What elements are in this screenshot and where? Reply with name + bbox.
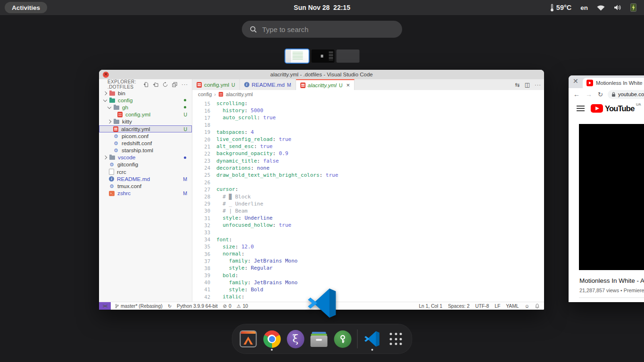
tab-alacritty.yml[interactable]: alacritty.ymlU× (296, 79, 355, 90)
line-number: 40 (192, 280, 216, 285)
breadcrumb-folder[interactable]: config (198, 91, 212, 97)
chrome-tabstrip: ✕ Motionless In White - A (569, 75, 644, 88)
status-item-label[interactable]: Python 3.9.9 64-bit (177, 304, 217, 309)
tree-item-rcrc[interactable]: rcrc (99, 168, 192, 175)
status-item-error[interactable]: ⊘0 (223, 304, 231, 309)
line-number: 39 (192, 272, 216, 278)
dock-item-emacs[interactable]: ξ (287, 327, 305, 351)
tree-item-gitconfig[interactable]: ⚙gitconfig (99, 161, 192, 168)
status-item[interactable]: Spaces: 2 (448, 304, 470, 309)
code-line: 23dynamic_title: false (192, 157, 544, 165)
status-item-warning[interactable]: ⚠10 (237, 304, 248, 309)
code-line: 38 style: Regular (192, 264, 544, 272)
line-number: 17 (192, 115, 216, 121)
keyboard-layout-indicator[interactable]: en (580, 4, 588, 11)
code-line: 36 normal: (192, 250, 544, 257)
code-line: 34font: (192, 236, 544, 243)
dock-item-app-grid[interactable] (387, 327, 405, 351)
dock-item-chrome[interactable] (263, 327, 281, 351)
readme-icon: i (244, 82, 249, 87)
video-title: Motionless In White - Anot (579, 277, 644, 284)
new-folder-icon[interactable] (153, 82, 158, 87)
tree-item-gh[interactable]: gh (99, 104, 192, 111)
window-close-button[interactable]: ✕ (573, 78, 578, 84)
tree-item-zshrc[interactable]: >_zshrcM (99, 190, 192, 197)
tab-config.yml[interactable]: config.ymlU (192, 79, 240, 90)
tree-item-label: config (118, 97, 132, 104)
code-area[interactable]: 15scrolling:16 history: 500017 auto_scro… (192, 99, 544, 302)
chrome-icon (263, 330, 281, 348)
dock-item-vscode[interactable] (363, 327, 381, 351)
line-number: 36 (192, 251, 216, 257)
status-item-remote-indicator[interactable]: >< (99, 302, 111, 310)
status-item[interactable]: YAML (506, 304, 519, 309)
activities-button[interactable]: Activities (5, 2, 47, 13)
code-line: 29 # _ Underline (192, 200, 544, 207)
window-chrome[interactable]: ✕ Motionless In White - A ← → ↻ youtube.… (569, 75, 644, 302)
reload-icon[interactable]: ↻ (598, 91, 603, 98)
tree-item-kitty[interactable]: kitty (99, 118, 192, 125)
workspace-thumbnail-3[interactable] (337, 49, 360, 63)
tree-item-config[interactable]: config (99, 97, 192, 104)
status-item[interactable]: UTF-8 (475, 304, 489, 309)
tree-item-config.yml[interactable]: config.ymlU (99, 111, 192, 118)
dock-item-alacritty[interactable] (239, 327, 257, 351)
yaml-icon (117, 112, 123, 117)
video-player[interactable] (579, 124, 644, 270)
vscode-titlebar[interactable]: ✕ alacritty.yml - .dotfiles - Visual Stu… (99, 70, 544, 79)
tree-item-label: gitconfig (117, 161, 138, 168)
tab-README.md[interactable]: iREADME.mdM (240, 79, 296, 90)
collapse-all-icon[interactable] (172, 82, 177, 87)
chrome-toolbar: ← → ↻ youtube.com/wa (569, 88, 644, 101)
yaml-file-icon (219, 92, 223, 97)
tree-item-alacritty.yml[interactable]: alacritty.ymlU (99, 125, 192, 132)
dock-item-keepassxc[interactable] (334, 327, 352, 351)
gear-icon: ⚙ (109, 183, 115, 189)
tree-item-starship.toml[interactable]: ⚙starship.toml (99, 147, 192, 154)
status-item[interactable]: LF (495, 304, 500, 309)
editor-actions[interactable]: ⇆ ◫ ··· (515, 79, 541, 90)
search-bar[interactable] (242, 21, 402, 38)
status-item-git-branch[interactable]: master* (Rebasing) (115, 304, 163, 309)
tree-item-vscode[interactable]: vscode (99, 154, 192, 161)
workspace-thumbnail-2[interactable] (312, 49, 335, 63)
split-editor-icon[interactable]: ◫ (525, 82, 530, 88)
new-file-icon[interactable] (143, 82, 149, 87)
search-input[interactable] (257, 25, 402, 34)
bell-icon[interactable] (535, 304, 539, 309)
tree-item-bin[interactable]: bin (99, 90, 192, 97)
clock[interactable]: Sun Nov 28 22:15 (294, 4, 350, 11)
system-status-area[interactable]: 59°C en (550, 0, 636, 15)
workspace-thumbnail-1[interactable] (285, 49, 310, 64)
breadcrumb-file[interactable]: alacritty.yml (226, 91, 253, 97)
back-icon[interactable]: ← (573, 90, 580, 98)
gnome-activities-overview: Activities Sun Nov 28 22:15 59°C en (0, 0, 644, 362)
browser-tab[interactable]: Motionless In White - A (583, 78, 644, 88)
tree-item-README.md[interactable]: iREADME.mdM (99, 175, 192, 182)
chevron-right-icon (103, 91, 107, 95)
vscode-icon (364, 331, 380, 347)
tree-item-redshift.conf[interactable]: ⚙redshift.conf (99, 140, 192, 147)
window-vscode[interactable]: ✕ alacritty.yml - .dotfiles - Visual Stu… (99, 70, 544, 310)
explorer-toolbar[interactable]: ··· (143, 82, 188, 87)
chevron-right-icon (107, 120, 111, 123)
youtube-logo[interactable]: YouTube UA (591, 104, 635, 113)
dock-item-files[interactable] (310, 327, 328, 351)
more-actions-icon[interactable]: ··· (535, 82, 541, 88)
more-actions-icon[interactable]: ··· (182, 82, 188, 87)
tree-item-tmux.conf[interactable]: ⚙tmux.conf (99, 182, 192, 189)
menu-icon[interactable] (577, 106, 585, 111)
tree-item-picom.conf[interactable]: ⚙picom.conf (99, 132, 192, 140)
status-item-sync[interactable]: ↻ (168, 304, 172, 309)
window-close-button[interactable]: ✕ (103, 72, 109, 78)
status-item[interactable]: Ln 1, Col 1 (419, 304, 442, 309)
close-icon[interactable]: × (347, 82, 350, 89)
feedback-icon[interactable]: ☺ (524, 304, 529, 309)
line-number: 34 (192, 237, 216, 242)
forward-icon[interactable]: → (586, 90, 592, 98)
address-bar[interactable]: youtube.com/wa (608, 90, 644, 99)
git-badge: M (183, 176, 187, 182)
breadcrumb[interactable]: config › alacritty.yml (192, 90, 544, 99)
toggle-changes-icon[interactable]: ⇆ (515, 82, 520, 88)
refresh-icon[interactable] (163, 82, 168, 87)
